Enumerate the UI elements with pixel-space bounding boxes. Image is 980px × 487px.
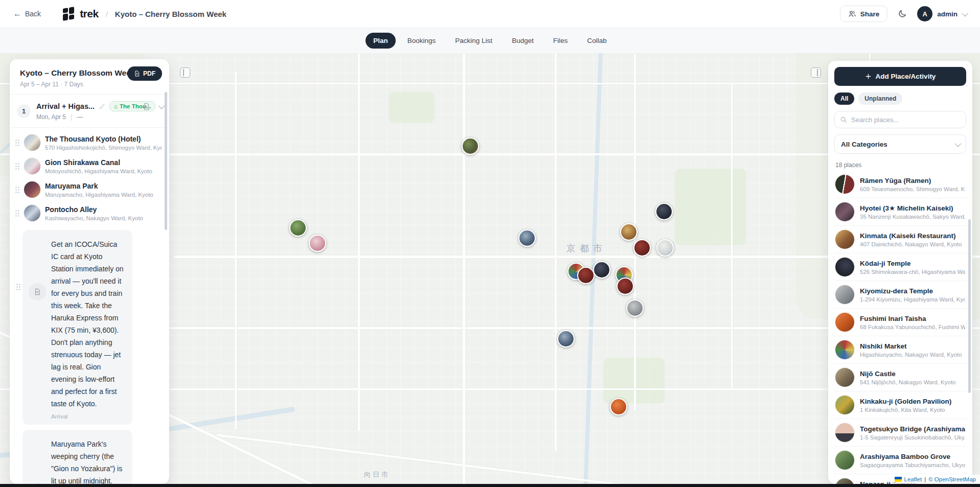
map-road <box>463 53 465 487</box>
place-photo <box>835 258 854 276</box>
map-photo-marker[interactable] <box>309 235 326 252</box>
map-road <box>731 84 733 390</box>
place-row-kinmata[interactable]: Kinmata (Kaiseki Restaurant) 407 Dainich… <box>834 225 966 253</box>
map-photo-marker[interactable] <box>656 239 674 257</box>
map-attribution: Leaflet | © OpenStreetMap <box>891 475 980 484</box>
map-photo-marker[interactable] <box>617 277 634 295</box>
map-road <box>555 53 557 452</box>
map-photo-marker[interactable] <box>577 267 595 284</box>
app-logo[interactable]: trek <box>62 7 99 20</box>
place-row-ramen-yuga[interactable]: Rāmen Yūga (Ramen) 609 Teianmaenocho, Sh… <box>834 171 966 198</box>
itinerary-scrollbar[interactable] <box>165 92 167 230</box>
drag-handle-icon[interactable] <box>15 186 19 193</box>
document-icon <box>134 71 140 77</box>
day-time-placeholder: — <box>77 113 83 121</box>
moon-icon <box>898 9 907 18</box>
ukraine-flag-icon <box>895 477 902 482</box>
place-photo <box>835 478 854 484</box>
drag-handle-icon[interactable] <box>15 210 19 217</box>
map-city-label: 京都市 <box>566 242 606 254</box>
tab-collab[interactable]: Collab <box>579 33 614 49</box>
place-row-arashiyama-bamboo[interactable]: Arashiyama Bamboo Grove Sagaogurayama Ta… <box>834 446 966 474</box>
note-card-evening[interactable]: Maruyama Park's weeping cherry (the "Gio… <box>16 430 132 484</box>
breadcrumb-separator: / <box>106 10 108 18</box>
search-icon <box>840 116 847 123</box>
chevron-down-icon <box>962 10 969 16</box>
map-photo-marker[interactable] <box>655 203 673 220</box>
drag-handle-icon[interactable] <box>16 283 20 290</box>
map-photo-marker[interactable] <box>289 219 307 237</box>
map-photo-marker[interactable] <box>462 137 479 155</box>
tab-bookings[interactable]: Bookings <box>400 33 444 49</box>
map-photo-marker[interactable] <box>633 239 651 257</box>
add-place-button[interactable]: Add Place/Activity <box>834 67 966 86</box>
trip-tabs: Plan Bookings Packing List Budget Files … <box>0 28 980 53</box>
export-pdf-button[interactable]: PDF <box>127 66 162 81</box>
search-input[interactable] <box>851 116 961 124</box>
place-photo <box>24 134 40 151</box>
filter-all[interactable]: All <box>834 92 854 105</box>
place-row-nijo-castle[interactable]: Nijō Castle 541 Nijōjōchō, Nakagyo Ward,… <box>834 363 966 391</box>
back-arrow-icon: ← <box>13 9 21 18</box>
trip-dates: Apr 5 – Apr 11 · 7 Days <box>20 81 161 88</box>
chevron-down-icon[interactable] <box>158 103 165 109</box>
place-row-nishiki-market[interactable]: Nishiki Market Higashiuoyacho, Nakagyo W… <box>834 336 966 363</box>
stop-row-gion-shirakawa[interactable]: Gion Shirakawa Canal Motoyoshichō, Higas… <box>10 154 169 178</box>
place-row-kiyomizu[interactable]: Kiyomizu-dera Temple 1-294 Kiyomizu, Hig… <box>834 281 966 308</box>
place-photo <box>835 285 854 304</box>
collapse-left-panel-button[interactable] <box>180 67 190 78</box>
place-row-togetsukyo[interactable]: Togetsukyo Bridge (Arashiyama) 1-5 Sagat… <box>834 419 966 446</box>
trek-logo-icon <box>62 7 76 20</box>
map-road <box>358 53 360 431</box>
map-photo-marker[interactable] <box>518 229 536 247</box>
tab-files[interactable]: Files <box>545 33 576 49</box>
dark-mode-toggle[interactable] <box>898 9 907 18</box>
map-photo-marker[interactable] <box>610 398 627 415</box>
drag-handle-icon[interactable] <box>15 139 19 146</box>
map-park-patch <box>389 92 435 123</box>
user-menu[interactable]: A admin <box>917 6 967 21</box>
filter-unplanned[interactable]: Unplanned <box>858 92 902 105</box>
breadcrumb: Kyoto – Cherry Blossom Week <box>115 10 226 18</box>
place-row-hyotei[interactable]: Hyotei (3★ Michelin Kaiseki) 35 Nanzenji… <box>834 198 966 225</box>
share-label: Share <box>860 10 880 18</box>
divider: | <box>71 113 72 121</box>
place-row-fushimi-inari[interactable]: Fushimi Inari Taisha 68 Fukakusa Yabunou… <box>834 308 966 336</box>
place-photo <box>835 202 854 221</box>
tab-budget[interactable]: Budget <box>504 33 541 49</box>
place-photo <box>24 181 40 198</box>
place-photo <box>835 313 854 332</box>
map-photo-marker[interactable] <box>620 223 637 241</box>
stop-row-pontocho-alley[interactable]: Pontocho Alley Kashiwayacho, Nakagyo War… <box>10 201 169 225</box>
note-label: Arrival <box>51 413 125 420</box>
share-button[interactable]: Share <box>840 6 888 22</box>
stop-row-thousand-kyoto[interactable]: The Thousand Kyoto (Hotel) 570 Higashish… <box>10 131 169 154</box>
place-row-kinkakuji[interactable]: Kinkaku-ji (Golden Pavilion) 1 Kinkakuji… <box>834 391 966 419</box>
places-scrollbar[interactable] <box>968 219 971 393</box>
logo-text: trek <box>80 8 99 20</box>
user-name: admin <box>937 10 958 18</box>
collapse-right-panel-button[interactable] <box>811 67 821 78</box>
place-photo <box>835 396 854 414</box>
place-photo <box>835 368 854 387</box>
place-photo <box>24 205 40 221</box>
map-photo-marker[interactable] <box>626 299 644 317</box>
place-row-kodaiji[interactable]: Kōdai-ji Temple 526 Shimokawara-chō, Hig… <box>834 253 966 281</box>
back-button[interactable]: ← Back <box>13 9 41 18</box>
day-notes-icon[interactable] <box>143 103 150 110</box>
tab-packing-list[interactable]: Packing List <box>447 33 500 49</box>
note-text: Maruyama Park's weeping cherry (the "Gio… <box>51 438 125 484</box>
day-1-header[interactable]: 1 Arrival + Higas... ⌂ The Thou... Mon, … <box>10 95 169 127</box>
category-dropdown[interactable]: All Categories <box>834 134 966 154</box>
tab-plan[interactable]: Plan <box>366 33 396 49</box>
drag-handle-icon[interactable] <box>15 163 19 170</box>
itinerary-panel: Kyoto – Cherry Blossom Week Apr 5 – Apr … <box>10 59 169 484</box>
stop-row-maruyama-park[interactable]: Maruyama Park Maruyamacho, Higashiyama W… <box>10 178 169 201</box>
leaflet-link[interactable]: Leaflet <box>904 476 922 482</box>
note-card-arrival[interactable]: Get an ICOCA/Suica IC card at Kyoto Stat… <box>16 230 132 425</box>
openstreetmap-link[interactable]: © OpenStreetMap <box>928 476 976 482</box>
bottom-edge-bar <box>0 484 980 487</box>
map-photo-marker[interactable] <box>593 261 610 279</box>
edit-pencil-icon[interactable] <box>99 103 105 110</box>
map-photo-marker[interactable] <box>557 330 575 347</box>
